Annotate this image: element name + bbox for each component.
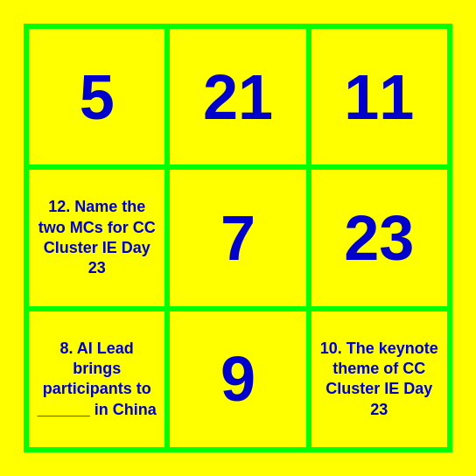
- cell-6: 23: [312, 170, 447, 305]
- cell-7-value: 8. AI Lead brings participants to ______…: [36, 339, 158, 421]
- cell-1-value: 5: [80, 66, 115, 129]
- cell-4-value: 12. Name the two MCs for CC Cluster IE D…: [36, 197, 158, 279]
- cell-6-value: 23: [344, 206, 414, 270]
- cell-1: 5: [29, 29, 164, 164]
- cell-9: 10. The keynote theme of CC Cluster IE D…: [312, 312, 447, 447]
- cell-3: 11: [312, 29, 447, 164]
- cell-8: 9: [170, 312, 305, 447]
- cell-5: 7: [170, 170, 305, 305]
- cell-3-value: 11: [344, 66, 414, 129]
- bingo-grid: 5 21 11 12. Name the two MCs for CC Clus…: [24, 24, 452, 452]
- cell-5-value: 7: [220, 206, 256, 270]
- cell-8-value: 9: [220, 347, 256, 410]
- cell-7: 8. AI Lead brings participants to ______…: [29, 312, 164, 447]
- cell-4: 12. Name the two MCs for CC Cluster IE D…: [29, 170, 164, 305]
- cell-2-value: 21: [203, 66, 273, 129]
- cell-2: 21: [170, 29, 305, 164]
- cell-9-value: 10. The keynote theme of CC Cluster IE D…: [318, 339, 440, 421]
